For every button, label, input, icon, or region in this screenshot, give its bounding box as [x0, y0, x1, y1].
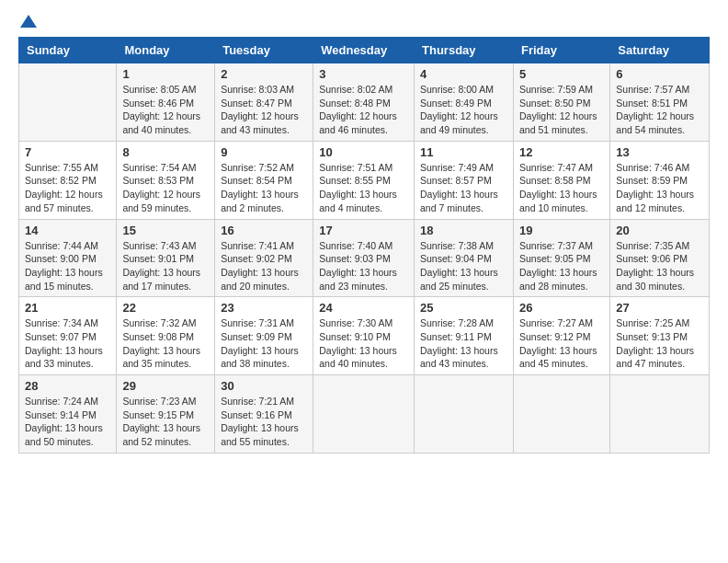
- calendar-cell: [610, 375, 710, 454]
- day-info: Sunrise: 7:54 AM Sunset: 8:53 PM Dayligh…: [122, 161, 209, 215]
- header-cell-tuesday: Tuesday: [215, 38, 313, 63]
- day-info: Sunrise: 8:00 AM Sunset: 8:49 PM Dayligh…: [420, 83, 507, 137]
- day-number: 12: [519, 145, 604, 159]
- day-number: 16: [221, 224, 307, 237]
- calendar-cell: 26Sunrise: 7:27 AM Sunset: 9:12 PM Dayli…: [513, 297, 609, 375]
- header-cell-sunday: Sunday: [19, 38, 117, 63]
- calendar-cell: 22Sunrise: 7:32 AM Sunset: 9:08 PM Dayli…: [117, 297, 215, 375]
- day-number: 17: [319, 224, 408, 237]
- day-info: Sunrise: 8:05 AM Sunset: 8:46 PM Dayligh…: [122, 83, 209, 137]
- day-info: Sunrise: 7:34 AM Sunset: 9:07 PM Dayligh…: [25, 316, 110, 371]
- calendar-cell: 20Sunrise: 7:35 AM Sunset: 9:06 PM Dayli…: [610, 219, 710, 297]
- calendar-cell: 2Sunrise: 8:03 AM Sunset: 8:47 PM Daylig…: [215, 63, 313, 142]
- day-number: 25: [420, 301, 507, 315]
- day-number: 11: [420, 145, 507, 159]
- calendar-cell: 21Sunrise: 7:34 AM Sunset: 9:07 PM Dayli…: [19, 297, 117, 375]
- day-info: Sunrise: 7:35 AM Sunset: 9:06 PM Dayligh…: [616, 239, 703, 293]
- calendar-cell: 10Sunrise: 7:51 AM Sunset: 8:55 PM Dayli…: [313, 141, 415, 219]
- day-number: 19: [519, 224, 604, 237]
- calendar-cell: 5Sunrise: 7:59 AM Sunset: 8:50 PM Daylig…: [513, 63, 609, 142]
- calendar-cell: 13Sunrise: 7:46 AM Sunset: 8:59 PM Dayli…: [610, 141, 710, 219]
- day-number: 10: [319, 145, 408, 159]
- calendar-cell: [19, 63, 117, 142]
- day-number: 15: [122, 224, 209, 237]
- day-info: Sunrise: 7:40 AM Sunset: 9:03 PM Dayligh…: [319, 239, 408, 293]
- day-number: 18: [420, 224, 507, 237]
- day-info: Sunrise: 7:51 AM Sunset: 8:55 PM Dayligh…: [319, 161, 408, 215]
- day-number: 1: [122, 67, 209, 81]
- calendar-cell: [513, 375, 609, 454]
- calendar-cell: 18Sunrise: 7:38 AM Sunset: 9:04 PM Dayli…: [415, 219, 514, 297]
- day-info: Sunrise: 7:46 AM Sunset: 8:59 PM Dayligh…: [616, 161, 703, 215]
- day-info: Sunrise: 7:59 AM Sunset: 8:50 PM Dayligh…: [519, 83, 604, 137]
- day-number: 3: [319, 67, 408, 81]
- day-number: 8: [122, 145, 209, 159]
- calendar-cell: 1Sunrise: 8:05 AM Sunset: 8:46 PM Daylig…: [117, 63, 215, 142]
- day-info: Sunrise: 7:30 AM Sunset: 9:10 PM Dayligh…: [319, 316, 408, 371]
- calendar-cell: 16Sunrise: 7:41 AM Sunset: 9:02 PM Dayli…: [215, 219, 313, 297]
- day-number: 20: [616, 224, 703, 237]
- day-info: Sunrise: 7:38 AM Sunset: 9:04 PM Dayligh…: [420, 239, 507, 293]
- day-info: Sunrise: 7:21 AM Sunset: 9:16 PM Dayligh…: [221, 395, 307, 449]
- week-row-3: 14Sunrise: 7:44 AM Sunset: 9:00 PM Dayli…: [19, 219, 710, 297]
- header-row: SundayMondayTuesdayWednesdayThursdayFrid…: [19, 38, 710, 63]
- calendar-cell: 23Sunrise: 7:31 AM Sunset: 9:09 PM Dayli…: [215, 297, 313, 375]
- calendar-cell: 3Sunrise: 8:02 AM Sunset: 8:48 PM Daylig…: [313, 63, 415, 142]
- logo: [18, 18, 37, 28]
- day-info: Sunrise: 7:41 AM Sunset: 9:02 PM Dayligh…: [221, 239, 307, 293]
- day-info: Sunrise: 7:55 AM Sunset: 8:52 PM Dayligh…: [25, 161, 110, 215]
- day-info: Sunrise: 7:31 AM Sunset: 9:09 PM Dayligh…: [221, 316, 307, 371]
- day-info: Sunrise: 7:44 AM Sunset: 9:00 PM Dayligh…: [25, 239, 110, 293]
- header-cell-thursday: Thursday: [415, 38, 514, 63]
- day-info: Sunrise: 7:27 AM Sunset: 9:12 PM Dayligh…: [519, 316, 604, 371]
- day-info: Sunrise: 7:49 AM Sunset: 8:57 PM Dayligh…: [420, 161, 507, 215]
- header-cell-saturday: Saturday: [610, 38, 710, 63]
- calendar-cell: 28Sunrise: 7:24 AM Sunset: 9:14 PM Dayli…: [19, 375, 117, 454]
- logo-icon: [20, 15, 37, 28]
- day-info: Sunrise: 7:32 AM Sunset: 9:08 PM Dayligh…: [122, 316, 209, 371]
- header-cell-wednesday: Wednesday: [313, 38, 415, 63]
- day-info: Sunrise: 7:52 AM Sunset: 8:54 PM Dayligh…: [221, 161, 307, 215]
- day-number: 14: [25, 224, 110, 237]
- day-info: Sunrise: 8:02 AM Sunset: 8:48 PM Dayligh…: [319, 83, 408, 137]
- day-info: Sunrise: 7:37 AM Sunset: 9:05 PM Dayligh…: [519, 239, 604, 293]
- day-number: 22: [122, 301, 209, 315]
- calendar-cell: 11Sunrise: 7:49 AM Sunset: 8:57 PM Dayli…: [415, 141, 514, 219]
- calendar-cell: 25Sunrise: 7:28 AM Sunset: 9:11 PM Dayli…: [415, 297, 514, 375]
- calendar-cell: [415, 375, 514, 454]
- day-info: Sunrise: 7:28 AM Sunset: 9:11 PM Dayligh…: [420, 316, 507, 371]
- day-number: 29: [122, 379, 209, 393]
- day-number: 24: [319, 301, 408, 315]
- week-row-1: 1Sunrise: 8:05 AM Sunset: 8:46 PM Daylig…: [19, 63, 710, 142]
- calendar-cell: 19Sunrise: 7:37 AM Sunset: 9:05 PM Dayli…: [513, 219, 609, 297]
- calendar-cell: 8Sunrise: 7:54 AM Sunset: 8:53 PM Daylig…: [117, 141, 215, 219]
- week-row-4: 21Sunrise: 7:34 AM Sunset: 9:07 PM Dayli…: [19, 297, 710, 375]
- day-info: Sunrise: 7:25 AM Sunset: 9:13 PM Dayligh…: [616, 316, 703, 371]
- calendar-cell: 29Sunrise: 7:23 AM Sunset: 9:15 PM Dayli…: [117, 375, 215, 454]
- day-number: 23: [221, 301, 307, 315]
- calendar-cell: 4Sunrise: 8:00 AM Sunset: 8:49 PM Daylig…: [415, 63, 514, 142]
- day-number: 7: [25, 145, 110, 159]
- page-header: [18, 18, 710, 28]
- day-number: 13: [616, 145, 703, 159]
- day-info: Sunrise: 8:03 AM Sunset: 8:47 PM Dayligh…: [221, 83, 307, 137]
- day-number: 5: [519, 67, 604, 81]
- week-row-5: 28Sunrise: 7:24 AM Sunset: 9:14 PM Dayli…: [19, 375, 710, 454]
- day-number: 30: [221, 379, 307, 393]
- day-number: 26: [519, 301, 604, 315]
- calendar-cell: 30Sunrise: 7:21 AM Sunset: 9:16 PM Dayli…: [215, 375, 313, 454]
- header-cell-monday: Monday: [117, 38, 215, 63]
- calendar-cell: [313, 375, 415, 454]
- calendar-cell: 24Sunrise: 7:30 AM Sunset: 9:10 PM Dayli…: [313, 297, 415, 375]
- svg-marker-0: [20, 15, 37, 28]
- week-row-2: 7Sunrise: 7:55 AM Sunset: 8:52 PM Daylig…: [19, 141, 710, 219]
- day-info: Sunrise: 7:23 AM Sunset: 9:15 PM Dayligh…: [122, 395, 209, 449]
- calendar-table: SundayMondayTuesdayWednesdayThursdayFrid…: [18, 37, 710, 454]
- calendar-cell: 27Sunrise: 7:25 AM Sunset: 9:13 PM Dayli…: [610, 297, 710, 375]
- day-number: 21: [25, 301, 110, 315]
- calendar-cell: 17Sunrise: 7:40 AM Sunset: 9:03 PM Dayli…: [313, 219, 415, 297]
- calendar-cell: 15Sunrise: 7:43 AM Sunset: 9:01 PM Dayli…: [117, 219, 215, 297]
- day-info: Sunrise: 7:57 AM Sunset: 8:51 PM Dayligh…: [616, 83, 703, 137]
- calendar-cell: 7Sunrise: 7:55 AM Sunset: 8:52 PM Daylig…: [19, 141, 117, 219]
- day-number: 2: [221, 67, 307, 81]
